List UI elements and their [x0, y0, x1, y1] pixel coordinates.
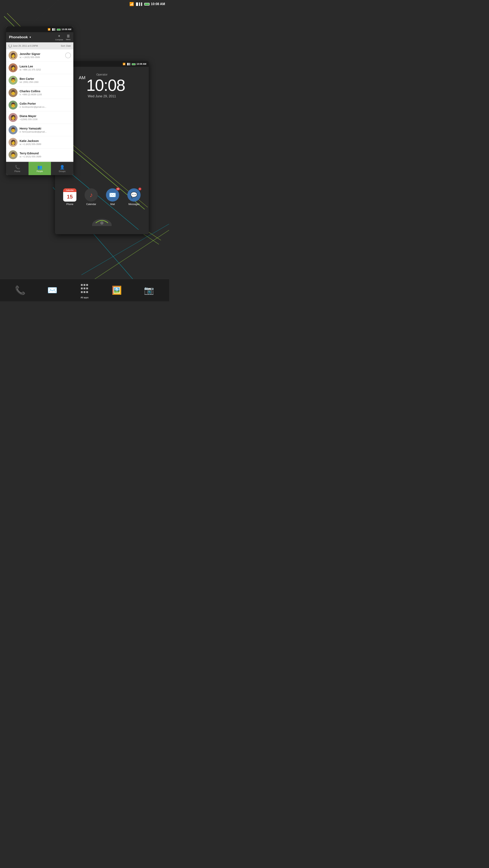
menu-button[interactable]: ☰ Menu	[66, 34, 70, 40]
people-tab-label: People	[36, 170, 43, 173]
tab-groups[interactable]: 👤 Groups	[51, 162, 74, 175]
avatar: 👩	[8, 138, 18, 147]
contact-name: Colin Porter	[20, 102, 71, 105]
signal-icon: ▐▌▌▌	[135, 2, 143, 6]
contact-info: Colin Porter e: bcolinporter@gmail.co...	[20, 102, 71, 108]
menu-icon: ☰	[67, 34, 70, 38]
avatar: 👨	[8, 88, 18, 97]
contact-list: 👩 Jennifer Signer w: + (A15) 555-3589 👩 …	[6, 49, 74, 161]
contact-detail: e: henryyamazaki@gmail...	[20, 130, 71, 133]
contact-detail: w: +1 (A15) 555-3589	[20, 143, 71, 145]
lock-app-calendar[interactable]: Calendar 15 Phone	[63, 188, 77, 206]
lock-time-display: 10:08	[86, 77, 125, 93]
contact-item[interactable]: 👩 Laura Lee w: +886 (3) 375-3252	[6, 62, 74, 74]
lock-app-music[interactable]: ♪ Calendar	[85, 188, 98, 206]
contact-detail: w: + (A15) 555-3589	[20, 56, 63, 58]
phone-card-tabs: 📞 Phone 👥 People 👤 Groups	[6, 162, 74, 175]
phone-card-header: Phonebook ▼ + Compose ☰ Menu	[6, 32, 74, 42]
header-actions: + Compose ☰ Menu	[55, 34, 70, 41]
dock-mail[interactable]: ✉️	[46, 284, 59, 297]
avatar: 👩	[8, 51, 18, 60]
status-icons: 📶 ▐▌▌▌ 10:08 AM	[130, 2, 165, 6]
sync-icon	[8, 44, 12, 48]
contact-list-header: June 29, 2011 at 6:29PM Sort: Date	[6, 42, 74, 49]
dock-phone-icon: 📞	[13, 284, 27, 297]
phone-tab-label: Phone	[15, 170, 20, 173]
tab-phone[interactable]: 📞 Phone	[6, 162, 29, 175]
music-icon: ♪	[85, 188, 98, 202]
contact-item[interactable]: 👨 Ben Carter txt: (555) 258-1360	[6, 74, 74, 87]
contact-item[interactable]: 👩 Katie Jackson w: +1 (A15) 555-3589	[6, 136, 74, 149]
phonebook-title-text: Phonebook	[9, 35, 28, 39]
phone-card-status-bar: 📶 ▐▌▌ 10:08 AM	[6, 27, 74, 32]
contact-info: Ben Carter txt: (555) 258-1360	[20, 77, 71, 83]
dock-phone[interactable]: 📞	[13, 284, 27, 297]
dock-camera-icon: 📷	[142, 284, 156, 297]
phonebook-dropdown-icon[interactable]: ▼	[29, 36, 32, 39]
lock-app-label: Mail	[110, 203, 115, 206]
all-apps-label: All apps	[81, 296, 88, 299]
people-tab-icon: 👥	[37, 165, 42, 169]
avatar: 👩	[8, 113, 18, 122]
unlock-handle[interactable]	[92, 216, 112, 226]
contact-detail: w: +886 (3) 375-3252	[20, 68, 71, 71]
contact-name: Diana Mayer	[20, 115, 71, 118]
avatar: 👨	[8, 150, 18, 159]
contact-item[interactable]: 👩 Jennifer Signer w: + (A15) 555-3589	[6, 49, 74, 62]
contact-item[interactable]: 👩 Diana Mayer +1(568) 555-1538	[6, 112, 74, 124]
main-time: 10:08 AM	[151, 2, 165, 6]
phone-tab-icon: 📞	[15, 165, 20, 169]
contact-item[interactable]: 👨 Charles Collins h: +886 (2) 6639-1193	[6, 87, 74, 99]
dock-contacts[interactable]: 🖼️	[110, 284, 123, 297]
lock-wifi-icon: 📶	[123, 63, 125, 65]
contact-name: Charles Collins	[20, 90, 71, 93]
compose-button[interactable]: + Compose	[55, 34, 63, 41]
contact-info: Terry Edmund w: +1 (A15) 555-3589	[20, 152, 71, 158]
tab-people[interactable]: 👥 People	[29, 162, 51, 175]
main-status-bar: 📶 ▐▌▌▌ 10:08 AM	[0, 0, 169, 8]
avatar: 👩	[8, 63, 18, 72]
lock-app-messages[interactable]: 💬 2 Messages	[127, 188, 141, 206]
dock-camera[interactable]: 📷	[142, 284, 156, 297]
contact-info: Jennifer Signer w: + (A15) 555-3589	[20, 52, 63, 58]
dock-contacts-icon: 🖼️	[110, 284, 123, 297]
battery-icon	[144, 2, 149, 6]
contact-detail: w: +1 (A15) 555-3589	[20, 155, 71, 158]
phonebook-title[interactable]: Phonebook ▼	[9, 35, 31, 39]
svg-point-15	[100, 221, 104, 225]
lock-app-label: Messages	[128, 203, 140, 206]
groups-tab-icon: 👤	[60, 165, 65, 169]
contact-item-colin-porter[interactable]: 👨 Colin Porter e: bcolinporter@gmail.co.…	[6, 99, 74, 112]
lock-time-row: AM 10:08	[79, 77, 125, 93]
phone-card-battery-icon	[57, 28, 60, 31]
lock-battery-icon	[132, 63, 136, 65]
mail-icon: ✉️ 99	[106, 188, 119, 202]
contact-info: Charles Collins h: +886 (2) 6639-1193	[20, 90, 71, 96]
dock-all-apps[interactable]: All apps	[78, 282, 91, 299]
compose-icon: +	[58, 34, 60, 38]
contact-name: Jennifer Signer	[20, 52, 63, 56]
contact-action[interactable]	[65, 53, 71, 58]
groups-tab-label: Groups	[59, 170, 66, 173]
avatar: 👨	[8, 76, 18, 85]
contact-detail: h: +886 (2) 6639-1193	[20, 93, 71, 96]
contact-detail: txt: (555) 258-1360	[20, 81, 71, 83]
svg-line-10	[86, 230, 169, 285]
contact-item[interactable]: 👨 Henry Yamazaki e: henryyamazaki@gmail.…	[6, 124, 74, 136]
lock-app-mail[interactable]: ✉️ 99 Mail	[106, 188, 119, 206]
dock-all-apps-icon	[78, 282, 91, 295]
bottom-dock: 📞 ✉️ All apps 🖼️ 📷	[0, 279, 169, 301]
lock-app-label: Calendar	[86, 203, 96, 206]
sort-label: Sort: Date	[61, 44, 71, 47]
contact-item[interactable]: 👨 Terry Edmund w: +1 (A15) 555-3589	[6, 149, 74, 161]
contact-info: Katie Jackson w: +1 (A15) 555-3589	[20, 139, 71, 145]
phone-card-signal-icon: ▐▌▌	[52, 28, 56, 31]
lock-am-text: AM	[79, 75, 85, 81]
menu-label: Menu	[66, 38, 70, 40]
contact-list-date: June 29, 2011 at 6:29PM	[13, 44, 38, 47]
lock-app-label: Phone	[66, 203, 74, 206]
contact-info: Laura Lee w: +886 (3) 375-3252	[20, 65, 71, 71]
messages-icon: 💬 2	[127, 188, 141, 202]
app-icons-row: Calendar 15 Phone ♪ Calendar ✉️ 99 M	[55, 188, 149, 206]
operator-text: Operator	[96, 73, 107, 76]
